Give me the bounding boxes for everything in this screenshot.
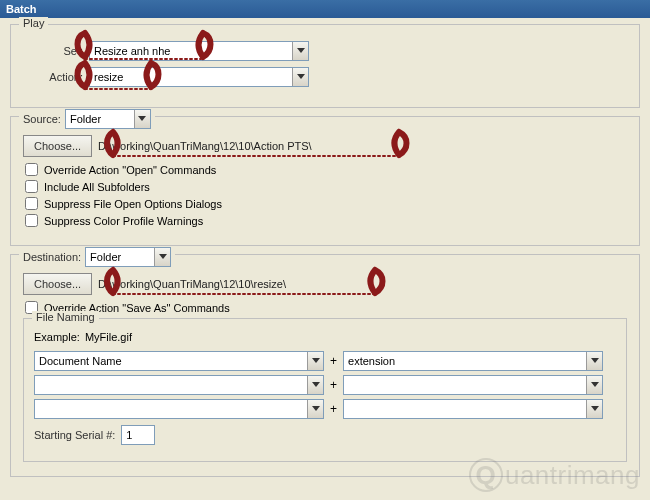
destination-choose-button[interactable]: Choose... [23,273,92,295]
example-label: Example: [34,331,80,343]
include-subfolders-label: Include All Subfolders [44,181,150,193]
source-legend-label: Source: [23,113,61,125]
source-legend: Source: Folder [19,109,155,129]
window-titlebar: Batch [0,0,650,18]
watermark-icon: Q [469,458,503,492]
destination-type-select[interactable]: Folder [85,247,171,267]
plus-label: + [330,402,337,416]
plus-label: + [330,354,337,368]
example-value: MyFile.gif [85,331,132,343]
naming-field-1a[interactable]: Document Name [34,351,324,371]
naming-field-1b[interactable]: extension [343,351,603,371]
plus-label: + [330,378,337,392]
action-select[interactable]: resize [89,67,309,87]
destination-group: Destination: Folder Choose... D:\working… [10,254,640,477]
source-choose-button[interactable]: Choose... [23,135,92,157]
override-open-checkbox[interactable] [25,163,38,176]
suppress-open-checkbox[interactable] [25,197,38,210]
naming-field-2a[interactable] [34,375,324,395]
suppress-color-checkbox[interactable] [25,214,38,227]
source-path: D:\working\QuanTriMang\12\10\Action PTS\ [98,140,312,152]
override-open-label: Override Action "Open" Commands [44,164,216,176]
suppress-color-label: Suppress Color Profile Warnings [44,215,203,227]
play-group: Play Set: Resize anh nhe Action: resize [10,24,640,108]
source-type-select[interactable]: Folder [65,109,151,129]
play-legend: Play [19,17,48,29]
set-select[interactable]: Resize anh nhe [89,41,309,61]
file-naming-legend: File Naming [32,311,99,323]
source-group: Source: Folder Choose... D:\working\Quan… [10,116,640,246]
naming-field-3b[interactable] [343,399,603,419]
dialog-content: Play Set: Resize anh nhe Action: resize [0,18,650,495]
window-title: Batch [6,3,37,15]
destination-legend-label: Destination: [23,251,81,263]
watermark: Q uantrimang [469,458,640,492]
action-label: Action: [23,71,83,83]
naming-field-3a[interactable] [34,399,324,419]
naming-field-2b[interactable] [343,375,603,395]
set-label: Set: [23,45,83,57]
serial-input[interactable] [121,425,155,445]
serial-label: Starting Serial #: [34,429,115,441]
destination-legend: Destination: Folder [19,247,175,267]
file-naming-group: File Naming Example: MyFile.gif Document… [23,318,627,462]
suppress-open-label: Suppress File Open Options Dialogs [44,198,222,210]
destination-path: D:\working\QuanTriMang\12\10\resize\ [98,278,286,290]
include-subfolders-checkbox[interactable] [25,180,38,193]
